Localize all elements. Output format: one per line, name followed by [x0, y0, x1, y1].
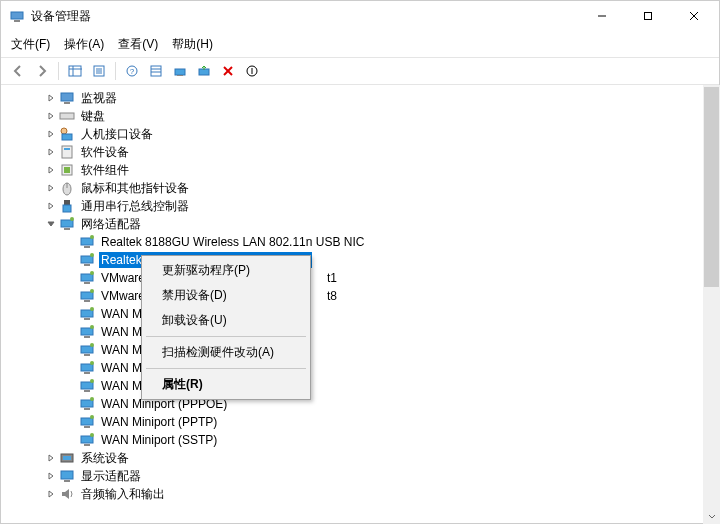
tree-item-label: 人机接口设备	[79, 125, 155, 144]
ctx-disable-device[interactable]: 禁用设备(D)	[144, 283, 308, 308]
tree-item-label: VMware	[99, 288, 147, 304]
forward-button[interactable]	[31, 60, 53, 82]
svg-rect-54	[81, 310, 93, 317]
back-button[interactable]	[7, 60, 29, 82]
svg-rect-81	[64, 480, 70, 482]
expander-none	[65, 398, 77, 410]
tree-item-label: 音频输入和输出	[79, 485, 167, 504]
scroll-down-icon[interactable]	[703, 507, 720, 524]
expander-none	[65, 434, 77, 446]
scan-hardware-button[interactable]	[193, 60, 215, 82]
svg-point-47	[90, 253, 94, 257]
tree-item-label: 网络适配器	[79, 215, 143, 234]
menu-action[interactable]: 操作(A)	[64, 36, 104, 53]
chevron-right-icon[interactable]	[45, 470, 57, 482]
disable-button[interactable]	[241, 60, 263, 82]
chevron-right-icon[interactable]	[45, 164, 57, 176]
tree-item-label: VMware	[99, 270, 147, 286]
chevron-right-icon[interactable]	[45, 200, 57, 212]
tree-category[interactable]: 系统设备	[9, 449, 719, 467]
ctx-update-driver[interactable]: 更新驱动程序(P)	[144, 258, 308, 283]
tree-device[interactable]: Realtek PCIe GbE Family Controller #2	[9, 251, 719, 269]
tree-category[interactable]: 人机接口设备	[9, 125, 719, 143]
tree-device[interactable]: WAN Miniport (PPTP)	[9, 413, 719, 431]
svg-point-77	[90, 433, 94, 437]
scroll-thumb[interactable]	[704, 87, 719, 287]
tree-device[interactable]: WAN Miniport (Network Monitor)	[9, 377, 719, 395]
update-driver-button[interactable]	[169, 60, 191, 82]
close-button[interactable]	[671, 1, 717, 31]
svg-rect-38	[63, 205, 71, 212]
network-icon	[79, 288, 95, 304]
svg-rect-52	[84, 300, 90, 302]
monitor-icon	[59, 90, 75, 106]
expander-none	[65, 416, 77, 428]
tree-device[interactable]: WAN Miniport (SSTP)	[9, 431, 719, 449]
tree-item-label: WAN M	[99, 306, 144, 322]
svg-point-74	[90, 415, 94, 419]
tree-category[interactable]: 鼠标和其他指针设备	[9, 179, 719, 197]
tree-device[interactable]: Realtek 8188GU Wireless LAN 802.11n USB …	[9, 233, 719, 251]
tree-category[interactable]: 音频输入和输出	[9, 485, 719, 503]
chevron-right-icon[interactable]	[45, 182, 57, 194]
list-view-button[interactable]	[145, 60, 167, 82]
app-icon	[9, 8, 25, 24]
chevron-right-icon[interactable]	[45, 146, 57, 158]
tree-category[interactable]: 软件组件	[9, 161, 719, 179]
chevron-right-icon[interactable]	[45, 452, 57, 464]
tree-category[interactable]: 网络适配器	[9, 215, 719, 233]
svg-rect-70	[84, 408, 90, 410]
help-button[interactable]: ?	[121, 60, 143, 82]
toolbar: ?	[1, 57, 719, 85]
tree-device[interactable]: WAN M	[9, 341, 719, 359]
network-icon	[79, 234, 95, 250]
tree-category[interactable]: 软件设备	[9, 143, 719, 161]
svg-rect-57	[81, 328, 93, 335]
tree-device[interactable]: WAN M	[9, 359, 719, 377]
tree-category[interactable]: 键盘	[9, 107, 719, 125]
vertical-scrollbar[interactable]	[703, 85, 720, 524]
svg-rect-48	[81, 274, 93, 281]
svg-point-62	[90, 343, 94, 347]
component-icon	[59, 162, 75, 178]
tree-device[interactable]: WAN Miniport (PPPOE)	[9, 395, 719, 413]
chevron-down-icon[interactable]	[45, 218, 57, 230]
svg-rect-39	[61, 220, 73, 227]
ctx-properties[interactable]: 属性(R)	[144, 372, 308, 397]
svg-rect-76	[84, 444, 90, 446]
svg-rect-19	[177, 75, 183, 76]
chevron-right-icon[interactable]	[45, 488, 57, 500]
tree-device[interactable]: VMwaret1	[9, 269, 719, 287]
menu-view[interactable]: 查看(V)	[118, 36, 158, 53]
device-tree[interactable]: 监视器键盘人机接口设备软件设备软件组件鼠标和其他指针设备通用串行总线控制器网络适…	[1, 85, 719, 523]
ctx-uninstall-device[interactable]: 卸载设备(U)	[144, 308, 308, 333]
software-icon	[59, 144, 75, 160]
svg-rect-46	[84, 264, 90, 266]
tree-category[interactable]: 监视器	[9, 89, 719, 107]
minimize-button[interactable]	[579, 1, 625, 31]
tree-item-label: WAN M	[99, 324, 144, 340]
network-icon	[79, 342, 95, 358]
svg-rect-58	[84, 336, 90, 338]
uninstall-button[interactable]	[217, 60, 239, 82]
toolbar-separator	[115, 62, 116, 80]
expander-none	[65, 308, 77, 320]
tree-category[interactable]: 显示适配器	[9, 467, 719, 485]
menu-file[interactable]: 文件(F)	[11, 36, 50, 53]
tree-category[interactable]: 通用串行总线控制器	[9, 197, 719, 215]
tree-device[interactable]: WAN M	[9, 323, 719, 341]
svg-rect-80	[61, 471, 73, 479]
menu-help[interactable]: 帮助(H)	[172, 36, 213, 53]
chevron-right-icon[interactable]	[45, 92, 57, 104]
network-icon	[79, 270, 95, 286]
tree-item-label: WAN M	[99, 342, 144, 358]
maximize-button[interactable]	[625, 1, 671, 31]
tree-device[interactable]: WAN M	[9, 305, 719, 323]
show-hide-tree-button[interactable]	[64, 60, 86, 82]
svg-point-44	[90, 235, 94, 239]
chevron-right-icon[interactable]	[45, 110, 57, 122]
chevron-right-icon[interactable]	[45, 128, 57, 140]
properties-button[interactable]	[88, 60, 110, 82]
ctx-scan-hardware[interactable]: 扫描检测硬件改动(A)	[144, 340, 308, 365]
tree-device[interactable]: VMwaret8	[9, 287, 719, 305]
